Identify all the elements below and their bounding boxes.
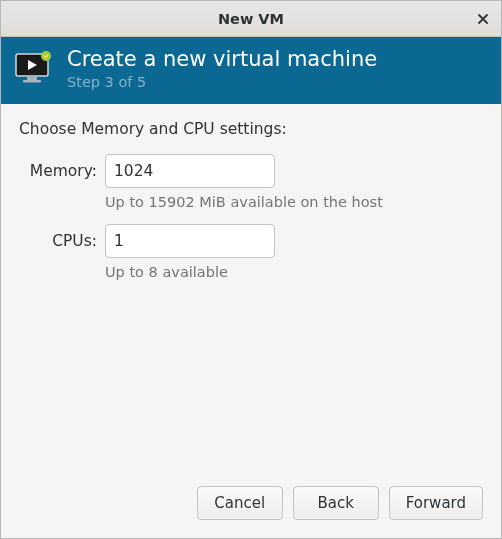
vm-monitor-icon — [15, 51, 55, 87]
titlebar: New VM — [1, 1, 501, 37]
new-vm-window: New VM Create a new virtual machine Step… — [0, 0, 502, 539]
settings-form: Memory: Up to 15902 MiB available on the… — [19, 154, 483, 290]
memory-spinbutton — [105, 154, 275, 188]
wizard-titles: Create a new virtual machine Step 3 of 5 — [67, 47, 377, 92]
window-title: New VM — [218, 11, 284, 27]
cancel-button[interactable]: Cancel — [197, 486, 283, 520]
memory-label: Memory: — [19, 162, 97, 180]
wizard-header: Create a new virtual machine Step 3 of 5 — [1, 37, 501, 104]
cpus-spinbutton — [105, 224, 275, 258]
svg-rect-3 — [23, 80, 41, 83]
instruction-text: Choose Memory and CPU settings: — [19, 120, 483, 138]
cpus-label: CPUs: — [19, 232, 97, 250]
wizard-step: Step 3 of 5 — [67, 74, 377, 91]
wizard-title: Create a new virtual machine — [67, 47, 377, 72]
svg-rect-2 — [27, 77, 37, 80]
forward-button[interactable]: Forward — [389, 486, 483, 520]
button-bar: Cancel Back Forward — [1, 472, 501, 538]
memory-hint: Up to 15902 MiB available on the host — [105, 194, 483, 210]
cpus-field[interactable] — [106, 225, 275, 257]
back-button[interactable]: Back — [293, 486, 379, 520]
close-icon[interactable] — [473, 9, 493, 29]
cpus-hint: Up to 8 available — [105, 264, 483, 280]
memory-field[interactable] — [106, 155, 275, 187]
content-area: Choose Memory and CPU settings: Memory: … — [1, 104, 501, 472]
